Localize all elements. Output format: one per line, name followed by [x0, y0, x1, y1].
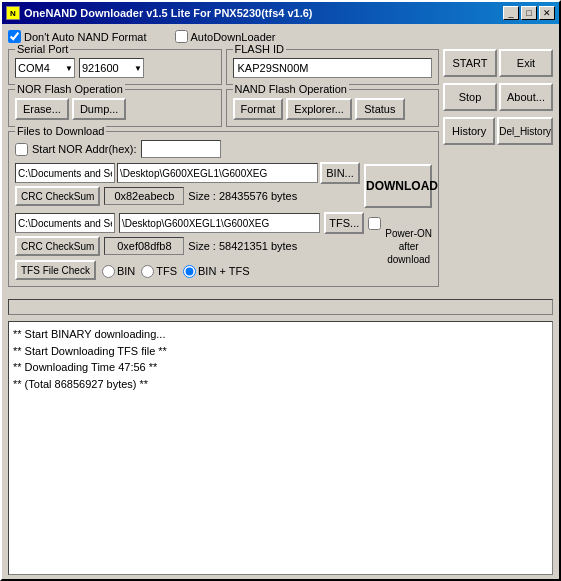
- serial-port-label: Serial Port: [15, 43, 70, 55]
- bin-tfs-radio[interactable]: [183, 265, 196, 278]
- title-bar: N OneNAND Downloader v1.5 Lite For PNX52…: [2, 2, 559, 24]
- start-addr-row: Start NOR Addr(hex):: [15, 140, 432, 158]
- nand-flash-group: NAND Flash Operation Format Explorer... …: [226, 89, 440, 127]
- tfs-button[interactable]: TFS...: [324, 212, 364, 234]
- del-history-button[interactable]: Del_History: [497, 117, 553, 145]
- file2-left-panel: TFS... CRC CheckSum Size : 58421351 byte…: [15, 212, 381, 280]
- file1-path-right[interactable]: [117, 163, 318, 183]
- bin-radio-text: BIN: [117, 265, 135, 277]
- bin-tfs-radio-text: BIN + TFS: [198, 265, 249, 277]
- about-button[interactable]: About...: [499, 83, 553, 111]
- app-icon: N: [6, 6, 20, 20]
- tfs-radio-label[interactable]: TFS: [141, 265, 177, 278]
- com-select-wrapper: COM4 ▼: [15, 58, 75, 78]
- flash-id-content: [233, 54, 433, 78]
- file2-area: TFS... CRC CheckSum Size : 58421351 byte…: [15, 212, 432, 280]
- tfs-file-check-button[interactable]: TFS File Check: [15, 260, 96, 280]
- dont-auto-nand-checkbox[interactable]: [8, 30, 21, 43]
- log-line-3: ** Start Downloading TFS file **: [13, 343, 548, 360]
- dump-button[interactable]: Dump...: [72, 98, 127, 120]
- format-button[interactable]: Format: [233, 98, 284, 120]
- nor-nand-row: NOR Flash Operation Erase... Dump... NAN…: [8, 89, 439, 127]
- log-line-5: ** Downloading Time 47:56 **: [13, 359, 548, 376]
- start-nor-label: Start NOR Addr(hex):: [32, 143, 137, 155]
- file2-path-row: TFS...: [15, 212, 381, 234]
- baud-select[interactable]: 921600: [79, 58, 144, 78]
- start-nor-input[interactable]: [141, 140, 221, 158]
- file1-crc-value: [104, 187, 184, 205]
- auto-downloader-checkbox[interactable]: [175, 30, 188, 43]
- file2-path-left[interactable]: [15, 213, 115, 233]
- radio-tfs-row: TFS File Check BIN TFS: [15, 260, 381, 280]
- power-on-checkbox[interactable]: [368, 217, 381, 230]
- nor-flash-label: NOR Flash Operation: [15, 83, 125, 95]
- com-select[interactable]: COM4: [15, 58, 75, 78]
- tfs-radio[interactable]: [141, 265, 154, 278]
- dont-auto-nand-text: Don't Auto NAND Format: [24, 31, 147, 43]
- minimize-button[interactable]: _: [503, 6, 519, 20]
- crc-checksum-button-1[interactable]: CRC CheckSum: [15, 186, 100, 206]
- log-line-1: ** Start BINARY downloading...: [13, 326, 548, 343]
- tfs-radio-text: TFS: [156, 265, 177, 277]
- erase-button[interactable]: Erase...: [15, 98, 69, 120]
- start-nor-checkbox[interactable]: [15, 143, 28, 156]
- right-panel: START Exit Stop About... History Del_His…: [443, 49, 553, 293]
- bin-radio[interactable]: [102, 265, 115, 278]
- bin-tfs-radio-label[interactable]: BIN + TFS: [183, 265, 249, 278]
- format-radio-group: BIN TFS BIN + TFS: [102, 265, 250, 278]
- nand-flash-label: NAND Flash Operation: [233, 83, 350, 95]
- window-title: OneNAND Downloader v1.5 Lite For PNX5230…: [24, 7, 313, 19]
- power-on-area: Power-ONafterdownload: [385, 212, 432, 280]
- log-line-6: ** (Total 86856927 bytes) **: [13, 376, 548, 393]
- exit-button[interactable]: Exit: [499, 49, 553, 77]
- content-area: Don't Auto NAND Format AutoDownLoader Se…: [2, 24, 559, 579]
- file2-crc-value: [104, 237, 184, 255]
- main-area: Serial Port COM4 ▼ 921600: [8, 49, 553, 293]
- file1-size: Size : 28435576 bytes: [188, 190, 297, 202]
- auto-downloader-label[interactable]: AutoDownLoader: [175, 30, 276, 43]
- history-del-row: History Del_History: [443, 117, 553, 145]
- file1-path-left[interactable]: [15, 163, 115, 183]
- progress-bar: [8, 299, 553, 315]
- power-on-label: Power-ONafterdownload: [385, 227, 432, 266]
- download-button[interactable]: DOWNLOAD: [364, 164, 432, 208]
- files-label: Files to Download: [15, 125, 106, 137]
- serial-port-content: COM4 ▼ 921600 ▼: [15, 54, 215, 78]
- nand-content: Format Explorer... Status: [233, 94, 433, 120]
- file2-crc-row: CRC CheckSum Size : 58421351 bytes: [15, 236, 381, 256]
- history-button[interactable]: History: [443, 117, 495, 145]
- file2-path-right[interactable]: [119, 213, 320, 233]
- stop-about-row: Stop About...: [443, 83, 553, 111]
- baud-select-wrapper: 921600 ▼: [79, 58, 144, 78]
- file2-size: Size : 58421351 bytes: [188, 240, 297, 252]
- file1-path-row: BIN...: [15, 162, 360, 184]
- start-button[interactable]: START: [443, 49, 497, 77]
- bin-button[interactable]: BIN...: [320, 162, 360, 184]
- main-window: N OneNAND Downloader v1.5 Lite For PNX52…: [0, 0, 561, 581]
- title-buttons: _ □ ✕: [503, 6, 555, 20]
- explorer-button[interactable]: Explorer...: [286, 98, 352, 120]
- maximize-button[interactable]: □: [521, 6, 537, 20]
- file1-left-panel: BIN... CRC CheckSum Size : 28435576 byte…: [15, 162, 360, 210]
- flash-id-label: FLASH ID: [233, 43, 287, 55]
- auto-downloader-text: AutoDownLoader: [191, 31, 276, 43]
- serial-flash-row: Serial Port COM4 ▼ 921600: [8, 49, 439, 85]
- nor-content: Erase... Dump...: [15, 94, 215, 120]
- dont-auto-nand-format-label[interactable]: Don't Auto NAND Format: [8, 30, 147, 43]
- crc-checksum-button-2[interactable]: CRC CheckSum: [15, 236, 100, 256]
- flash-id-input[interactable]: [233, 58, 433, 78]
- status-button[interactable]: Status: [355, 98, 405, 120]
- file1-area: BIN... CRC CheckSum Size : 28435576 byte…: [15, 162, 432, 210]
- files-group: Files to Download Start NOR Addr(hex):: [8, 131, 439, 287]
- files-content: Start NOR Addr(hex): BIN...: [15, 136, 432, 280]
- file1-crc-row: CRC CheckSum Size : 28435576 bytes: [15, 186, 360, 206]
- bin-radio-label[interactable]: BIN: [102, 265, 135, 278]
- stop-button[interactable]: Stop: [443, 83, 497, 111]
- flash-id-group: FLASH ID: [226, 49, 440, 85]
- log-area: ** Start BINARY downloading... ** Start …: [8, 321, 553, 575]
- serial-port-group: Serial Port COM4 ▼ 921600: [8, 49, 222, 85]
- left-panel: Serial Port COM4 ▼ 921600: [8, 49, 439, 293]
- download-btn-area: DOWNLOAD: [364, 162, 432, 210]
- close-button[interactable]: ✕: [539, 6, 555, 20]
- start-exit-row: START Exit: [443, 49, 553, 77]
